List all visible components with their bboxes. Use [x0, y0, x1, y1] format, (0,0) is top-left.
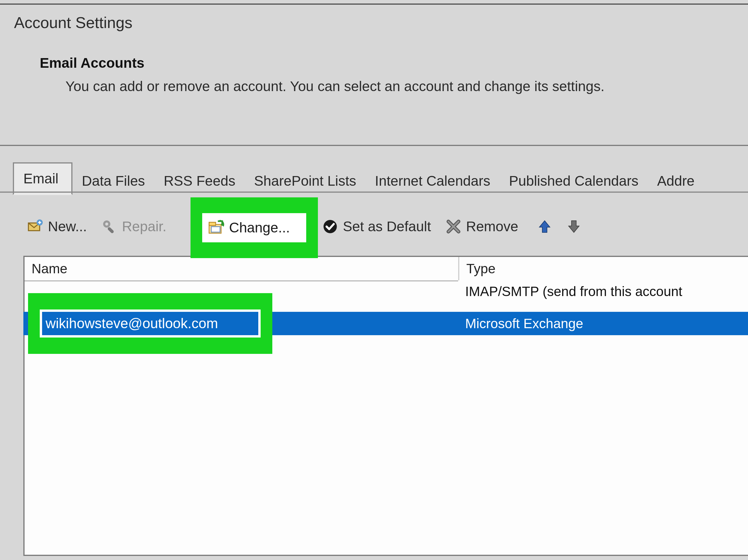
change-button-highlight: Change...	[190, 197, 318, 258]
selected-account-name-text: wikihowsteve@outlook.com	[42, 315, 218, 332]
account-type-cell: Microsoft Exchange	[458, 312, 748, 335]
tab-published-calendars[interactable]: Published Calendars	[500, 166, 648, 194]
accounts-table-header: Name Type	[25, 257, 748, 282]
repair-account-button[interactable]: Repair.	[97, 216, 170, 237]
tab-sharepoint-lists[interactable]: SharePoint Lists	[245, 166, 366, 194]
svg-point-3	[105, 222, 108, 226]
tab-internet-calendars[interactable]: Internet Calendars	[366, 166, 500, 194]
tab-underline	[0, 192, 748, 193]
tab-data-files[interactable]: Data Files	[72, 166, 154, 194]
svg-rect-7	[209, 222, 216, 225]
mail-new-icon	[27, 218, 43, 235]
tab-address-books[interactable]: Addre	[648, 166, 704, 194]
svg-rect-8	[211, 226, 220, 232]
new-account-label: New...	[48, 218, 87, 235]
section-heading: Email Accounts	[40, 55, 144, 71]
svg-rect-4	[107, 226, 114, 234]
column-header-name[interactable]: Name	[25, 257, 459, 280]
move-up-button[interactable]	[537, 219, 552, 234]
change-account-label: Change...	[229, 220, 290, 236]
move-down-button[interactable]	[566, 219, 581, 234]
tab-rss-feeds[interactable]: RSS Feeds	[154, 166, 244, 194]
remove-account-button[interactable]: Remove	[442, 216, 522, 237]
tab-strip: Email Data Files RSS Feeds SharePoint Li…	[13, 162, 704, 194]
window-top-border	[0, 3, 748, 5]
new-account-button[interactable]: New...	[23, 216, 90, 237]
set-default-label: Set as Default	[343, 218, 431, 235]
repair-account-label: Repair.	[122, 218, 166, 235]
remove-account-label: Remove	[466, 218, 518, 235]
selected-account-highlight: wikihowsteve@outlook.com	[28, 293, 272, 354]
tab-email[interactable]: Email	[13, 162, 72, 195]
change-folder-icon	[207, 219, 225, 237]
remove-x-icon	[445, 218, 461, 235]
wrench-gear-icon	[101, 218, 117, 235]
set-default-button[interactable]: Set as Default	[319, 216, 435, 237]
column-header-type[interactable]: Type	[459, 257, 748, 280]
tabs-separator	[0, 145, 748, 146]
checkmark-circle-icon	[322, 218, 338, 235]
selected-account-name[interactable]: wikihowsteve@outlook.com	[40, 310, 261, 338]
account-type-cell: IMAP/SMTP (send from this account	[458, 280, 748, 302]
change-account-button[interactable]: Change...	[202, 213, 306, 242]
page-title: Account Settings	[14, 14, 132, 32]
section-description: You can add or remove an account. You ca…	[66, 78, 605, 95]
